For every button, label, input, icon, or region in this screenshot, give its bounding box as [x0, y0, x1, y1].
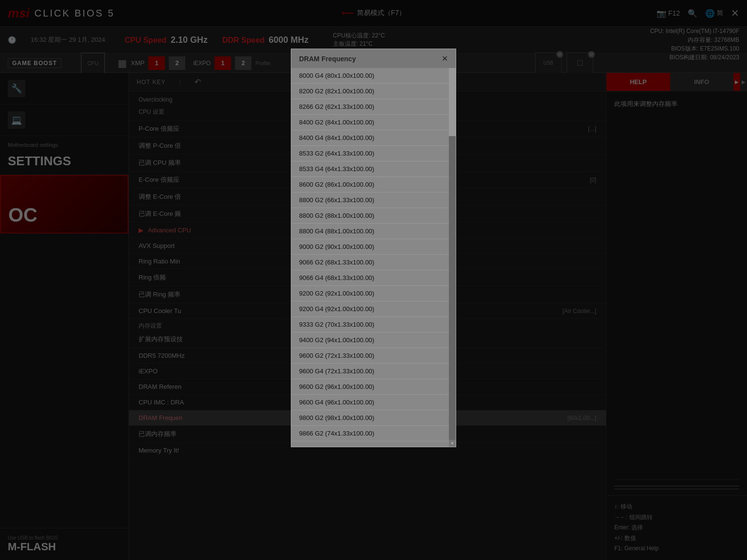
modal-title: DRAM Frequency — [299, 55, 356, 63]
dram-option-5[interactable]: 8533 G2 (64x1.33x100.00) — [291, 146, 449, 161]
dram-option-9[interactable]: 8800 G2 (88x1.00x100.00) — [291, 208, 449, 224]
dram-option-13[interactable]: 9066 G4 (68x1.33x100.00) — [291, 270, 449, 286]
modal-body[interactable]: 8000 G4 (80x1.00x100.00) 8200 G2 (82x1.0… — [291, 68, 456, 447]
modal-scrollbar[interactable]: ▼ — [449, 68, 456, 447]
modal-scrollbar-thumb[interactable] — [449, 68, 456, 136]
dram-option-17[interactable]: 9400 G2 (94x1.00x100.00) — [291, 332, 449, 348]
modal-close-button[interactable]: ✕ — [442, 54, 448, 63]
dram-option-10[interactable]: 8800 G4 (88x1.00x100.00) — [291, 224, 449, 239]
dram-option-0[interactable]: 8000 G4 (80x1.00x100.00) — [291, 68, 449, 84]
dram-option-23[interactable]: 9866 G2 (74x1.33x100.00) — [291, 426, 449, 441]
dram-option-15[interactable]: 9200 G4 (92x1.00x100.00) — [291, 301, 449, 317]
dram-option-22[interactable]: 9800 G2 (98x1.00x100.00) — [291, 410, 449, 426]
scroll-down-arrow[interactable]: ▼ — [449, 440, 456, 447]
dram-option-8[interactable]: 8800 G2 (66x1.33x100.00) — [291, 192, 449, 208]
modal-overlay[interactable]: DRAM Frequency ✕ 8000 G4 (80x1.00x100.00… — [0, 0, 747, 560]
dram-option-1[interactable]: 8200 G2 (82x1.00x100.00) — [291, 84, 449, 99]
dram-option-21[interactable]: 9600 G4 (96x1.00x100.00) — [291, 395, 449, 410]
dram-option-14[interactable]: 9200 G2 (92x1.00x100.00) — [291, 286, 449, 301]
dram-frequency-modal: DRAM Frequency ✕ 8000 G4 (80x1.00x100.00… — [291, 49, 456, 447]
dram-option-11[interactable]: 9000 G2 (90x1.00x100.00) — [291, 239, 449, 255]
dram-option-7[interactable]: 8600 G2 (86x1.00x100.00) — [291, 177, 449, 192]
modal-list: 8000 G4 (80x1.00x100.00) 8200 G2 (82x1.0… — [291, 68, 456, 447]
dram-option-4[interactable]: 8400 G4 (84x1.00x100.00) — [291, 130, 449, 146]
dram-option-12[interactable]: 9066 G2 (68x1.33x100.00) — [291, 255, 449, 270]
dram-option-19[interactable]: 9600 G4 (72x1.33x100.00) — [291, 364, 449, 379]
dram-option-20[interactable]: 9600 G2 (96x1.00x100.00) — [291, 379, 449, 395]
dram-option-24[interactable]: 10000 G2 (100x1.00x100.00) — [291, 441, 449, 447]
modal-header: DRAM Frequency ✕ — [291, 49, 456, 68]
dram-option-18[interactable]: 9600 G2 (72x1.33x100.00) — [291, 348, 449, 364]
dram-option-3[interactable]: 8400 G2 (84x1.00x100.00) — [291, 115, 449, 130]
dram-option-2[interactable]: 8266 G2 (62x1.33x100.00) — [291, 99, 449, 115]
dram-option-6[interactable]: 8533 G4 (64x1.33x100.00) — [291, 161, 449, 177]
dram-option-16[interactable]: 9333 G2 (70x1.33x100.00) — [291, 317, 449, 332]
